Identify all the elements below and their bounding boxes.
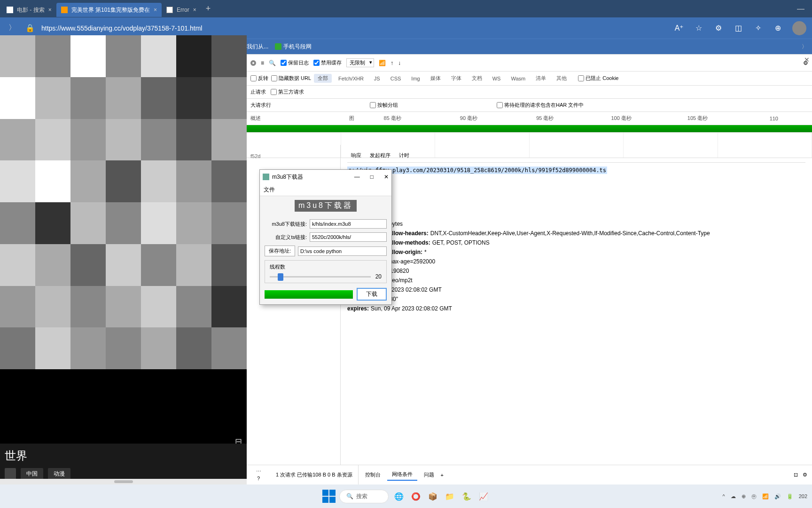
big-request-label[interactable]: 大请求行 bbox=[250, 102, 271, 109]
detail-tab[interactable]: 发起程序 bbox=[370, 152, 390, 159]
threads-slider[interactable] bbox=[270, 276, 371, 278]
close-icon[interactable]: × bbox=[48, 7, 52, 13]
favorites-bar-icon[interactable]: ✧ bbox=[753, 23, 763, 33]
filter-item[interactable]: Fetch/XHR bbox=[335, 75, 367, 82]
filter-item[interactable]: Img bbox=[407, 75, 423, 82]
by-frame-checkbox[interactable]: 按帧分组 bbox=[370, 102, 398, 109]
tab-2[interactable]: 完美世界 第101集完整版免费在 × bbox=[56, 3, 162, 17]
issues-tab[interactable]: 问题 bbox=[419, 469, 439, 480]
tray-icon[interactable]: ☁ bbox=[731, 493, 736, 500]
devtools-settings-icon[interactable]: ⚙ bbox=[803, 472, 807, 478]
detail-tab[interactable]: 响应 bbox=[351, 152, 361, 159]
extensions-icon[interactable]: ⚙ bbox=[713, 23, 724, 33]
browser-tab-strip: 电影 - 搜索 × 完美世界 第101集完整版免费在 × Error × + — bbox=[0, 0, 812, 17]
minimize-icon[interactable]: — bbox=[354, 174, 360, 180]
blocked-cookie-checkbox[interactable]: 已阻止 Cookie bbox=[578, 75, 618, 82]
collections-icon[interactable]: ⊕ bbox=[773, 23, 783, 33]
close-icon[interactable]: ✕ bbox=[384, 174, 389, 180]
threads-label: 线程数 bbox=[270, 263, 382, 270]
disable-cache-checkbox[interactable]: 禁用缓存 bbox=[313, 59, 342, 66]
tray-chevron-icon[interactable]: ^ bbox=[722, 493, 725, 499]
filter-item[interactable]: WS bbox=[489, 75, 505, 82]
wifi-icon[interactable]: 📶 bbox=[379, 60, 386, 66]
record-icon[interactable] bbox=[250, 60, 256, 66]
lock-icon[interactable]: 🔒 bbox=[23, 22, 37, 35]
url-field[interactable]: https://www.555dianying.cc/vodplay/37515… bbox=[41, 24, 202, 32]
devtools-close-icon[interactable]: ✕ bbox=[804, 56, 810, 64]
split-icon[interactable]: ◫ bbox=[733, 23, 743, 33]
upload-icon[interactable]: ↑ bbox=[390, 60, 393, 66]
overview-tab[interactable]: 概述 bbox=[250, 115, 261, 122]
download-button[interactable]: 下载 bbox=[357, 288, 387, 301]
volume-icon[interactable]: 🔊 bbox=[774, 493, 781, 500]
edge-icon[interactable]: 🌐 bbox=[392, 490, 406, 503]
preserve-log-checkbox[interactable]: 保留日志 bbox=[281, 59, 309, 66]
filter-item[interactable]: 其他 bbox=[553, 74, 570, 83]
dialog-titlebar[interactable]: m3u8下载器 — □ ✕ bbox=[260, 170, 391, 184]
filter-item[interactable]: 文档 bbox=[468, 74, 486, 83]
save-path-input[interactable] bbox=[298, 246, 387, 256]
more-icon[interactable]: ⋯ bbox=[256, 468, 261, 475]
dock-icon[interactable]: ⊡ bbox=[794, 472, 798, 478]
third-party-checkbox[interactable]: 第三方请求 bbox=[271, 88, 304, 95]
filter-item[interactable]: 清单 bbox=[532, 74, 550, 83]
general-referrer: -referrer bbox=[347, 200, 805, 207]
tab-3[interactable]: Error × bbox=[162, 3, 201, 17]
tray-icon[interactable]: ⊕ bbox=[742, 493, 746, 500]
taskbar-search[interactable]: 🔍 搜索 bbox=[339, 490, 389, 503]
bookmark-overflow-icon[interactable]: 〉 bbox=[802, 43, 807, 51]
dialog-menu-file[interactable]: 文件 bbox=[260, 184, 391, 196]
clock[interactable]: 202 bbox=[799, 493, 807, 499]
app-icon[interactable]: ⭕ bbox=[409, 490, 422, 503]
video-tag[interactable]: 中国 bbox=[21, 468, 43, 480]
devtools-options-row: 大请求行 按帧分组 将待处理的请求包含在HAR 文件中 bbox=[247, 99, 812, 112]
filter-all[interactable]: 全部 bbox=[314, 74, 332, 83]
start-button[interactable] bbox=[322, 490, 336, 503]
filter-item[interactable]: JS bbox=[370, 75, 384, 82]
detail-tab[interactable]: 计时 bbox=[399, 152, 409, 159]
save-path-button[interactable]: 保存地址: bbox=[265, 246, 295, 256]
hide-data-url-checkbox[interactable]: 隐藏数据 URL bbox=[271, 75, 311, 82]
video-tag[interactable] bbox=[5, 468, 16, 480]
help-icon[interactable]: ? bbox=[257, 476, 260, 481]
video-tag[interactable]: 动漫 bbox=[48, 468, 70, 480]
invert-checkbox[interactable]: 反转 bbox=[250, 75, 268, 82]
filter-item[interactable]: 媒体 bbox=[427, 74, 445, 83]
tab-1[interactable]: 电影 - 搜索 × bbox=[2, 3, 56, 17]
wifi-icon[interactable]: 📶 bbox=[762, 493, 769, 500]
ime-icon[interactable]: ㊥ bbox=[751, 493, 757, 500]
python-icon[interactable]: 🐍 bbox=[460, 490, 473, 503]
response-headers-toggle[interactable]: ▼响应头 bbox=[347, 210, 805, 218]
har-checkbox[interactable]: 将待处理的请求包含在HAR 文件中 bbox=[497, 102, 584, 109]
add-tab-icon[interactable]: + bbox=[441, 472, 444, 478]
horizontal-scrollbar[interactable] bbox=[0, 479, 247, 484]
new-tab-button[interactable]: + bbox=[201, 4, 216, 14]
minimize-icon[interactable]: — bbox=[797, 5, 804, 13]
read-aloud-icon[interactable]: A⁺ bbox=[674, 23, 684, 33]
maximize-icon[interactable]: □ bbox=[370, 174, 374, 180]
search-icon[interactable]: 🔍 bbox=[269, 60, 276, 66]
close-icon[interactable]: × bbox=[193, 7, 196, 13]
download-icon[interactable]: ↓ bbox=[398, 60, 401, 66]
console-tab[interactable]: 控制台 bbox=[360, 469, 385, 480]
explorer-icon[interactable]: 📁 bbox=[443, 490, 456, 503]
network-conditions-tab[interactable]: 网络条件 bbox=[387, 469, 417, 481]
battery-icon[interactable]: 🔋 bbox=[787, 493, 793, 500]
m3u8-url-input[interactable] bbox=[310, 219, 387, 229]
bookmark-item[interactable]: 手机号段网 bbox=[275, 43, 312, 51]
stop-request-label: 止请求 bbox=[250, 88, 266, 95]
favorite-icon[interactable]: ☆ bbox=[694, 23, 704, 33]
profile-avatar[interactable] bbox=[792, 21, 806, 35]
close-icon[interactable]: × bbox=[154, 7, 157, 13]
filter-icon[interactable]: ≡ bbox=[261, 60, 264, 66]
forward-button[interactable]: 〉 bbox=[6, 22, 19, 35]
chart-icon[interactable]: 📈 bbox=[477, 490, 490, 503]
throttle-select[interactable]: 无限制 bbox=[346, 58, 374, 67]
timeline-overview-bar[interactable] bbox=[247, 125, 812, 133]
winrar-icon[interactable]: 📦 bbox=[426, 490, 439, 503]
header-row: accept-ranges:bytes bbox=[347, 221, 805, 227]
ts-url-input[interactable] bbox=[310, 232, 387, 242]
filter-item[interactable]: CSS bbox=[387, 75, 405, 82]
filter-item[interactable]: 字体 bbox=[447, 74, 465, 83]
filter-item[interactable]: Wasm bbox=[507, 75, 529, 82]
